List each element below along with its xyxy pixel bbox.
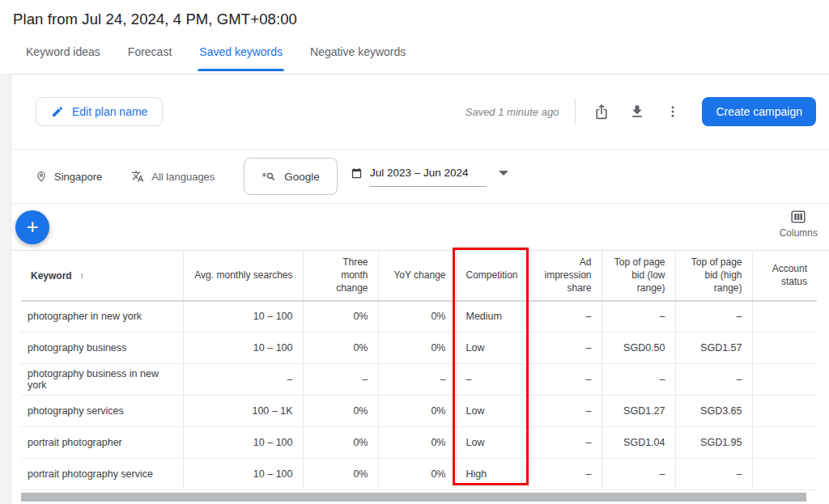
table-actions-row: + Columns [11, 204, 829, 251]
table-row: portrait photographer 10 – 100 0% 0% Low… [21, 427, 817, 459]
ad-impression-share-cell: – [528, 364, 602, 396]
yoy-change-cell: 0% [378, 459, 456, 490]
competition-cell: Low [456, 332, 528, 364]
bid-high-cell: – [675, 459, 752, 490]
page-title: Plan from Jul 24, 2024, 4 PM, GMT+08:00 [0, 0, 829, 28]
language-filter-label: All languages [151, 171, 215, 183]
bid-high-cell: SGD1.57 [675, 332, 752, 364]
table-header-row: Keyword ↑ Avg. monthly searches Three mo… [21, 251, 817, 301]
tab-negative-keywords[interactable]: Negative keywords [308, 40, 407, 71]
saved-keywords-table: Keyword ↑ Avg. monthly searches Three mo… [21, 251, 817, 490]
search-network-icon [261, 169, 276, 184]
bid-high-cell: – [675, 301, 752, 332]
yoy-change-cell: – [378, 364, 456, 396]
date-range-label: Jul 2023 – Jun 2024 [369, 167, 487, 187]
keyword-cell: photographer in new york [21, 301, 183, 332]
ad-impression-share-cell: – [528, 427, 602, 459]
location-filter-label: Singapore [54, 171, 102, 183]
edit-plan-name-label: Edit plan name [72, 105, 147, 118]
edit-plan-name-button[interactable]: Edit plan name [36, 97, 163, 126]
three-month-change-cell: 0% [303, 332, 378, 364]
header-three-month-change[interactable]: Three month change [303, 251, 378, 301]
columns-button[interactable]: Columns [780, 210, 818, 239]
keyword-cell: portrait photography service [21, 459, 183, 490]
sort-ascending-icon: ↑ [79, 269, 85, 282]
keyword-cell: photography business in new york [21, 364, 183, 396]
plan-card: Edit plan name Saved 1 minute ago Crea [11, 74, 829, 504]
header-yoy-change[interactable]: YoY change [378, 251, 456, 301]
table-row: photography business in new york – – – –… [21, 364, 817, 396]
avg-searches-cell: 100 – 1K [183, 396, 303, 427]
three-month-change-cell: 0% [303, 459, 378, 490]
three-month-change-cell: 0% [303, 396, 378, 427]
header-top-of-page-bid-low[interactable]: Top of page bid (low range) [602, 251, 675, 301]
tab-bar: Keyword ideas Forecast Saved keywords Ne… [0, 40, 829, 71]
competition-cell: – [456, 364, 528, 396]
three-month-change-cell: 0% [303, 301, 378, 332]
bid-low-cell: SGD1.04 [602, 427, 675, 459]
saved-status: Saved 1 minute ago [466, 106, 559, 118]
header-ad-impression-share[interactable]: Ad impression share [528, 251, 602, 301]
header-keyword[interactable]: Keyword ↑ [21, 251, 183, 301]
share-icon [593, 104, 610, 120]
content-background: Edit plan name Saved 1 minute ago Crea [0, 74, 829, 504]
toolbar-divider [575, 99, 576, 125]
download-button[interactable] [619, 95, 655, 128]
account-status-cell [752, 364, 817, 396]
plus-icon: + [26, 216, 38, 237]
avg-searches-cell: – [183, 364, 303, 396]
bid-low-cell: SGD1.27 [602, 396, 675, 427]
pencil-icon [51, 105, 64, 118]
calendar-icon [351, 167, 363, 180]
account-status-cell [752, 459, 817, 490]
tab-saved-keywords[interactable]: Saved keywords [198, 40, 284, 71]
avg-searches-cell: 10 – 100 [183, 459, 303, 490]
table-row: photographer in new york 10 – 100 0% 0% … [21, 301, 817, 332]
bid-low-cell: – [602, 459, 675, 490]
header-keyword-label: Keyword [31, 270, 72, 282]
tab-keyword-ideas[interactable]: Keyword ideas [24, 40, 102, 71]
plan-toolbar: Edit plan name Saved 1 minute ago Crea [11, 74, 829, 150]
header-avg-monthly-searches[interactable]: Avg. monthly searches [183, 251, 303, 301]
account-status-cell [752, 301, 817, 332]
create-campaign-button[interactable]: Create campaign [702, 97, 816, 126]
header-account-status[interactable]: Account status [752, 251, 817, 301]
location-pin-icon [36, 171, 47, 183]
competition-cell: Low [456, 427, 528, 459]
add-keywords-button[interactable]: + [15, 210, 49, 244]
three-month-change-cell: – [303, 364, 378, 396]
bid-low-cell: SGD0.50 [602, 332, 675, 364]
chevron-down-icon [499, 171, 508, 176]
horizontal-scrollbar[interactable] [21, 493, 806, 502]
avg-searches-cell: 10 – 100 [183, 427, 303, 459]
ad-impression-share-cell: – [528, 459, 602, 490]
header-competition[interactable]: Competition [456, 251, 528, 301]
bid-high-cell: – [675, 364, 752, 396]
more-vert-icon [665, 104, 680, 119]
ad-impression-share-cell: – [528, 396, 602, 427]
location-filter[interactable]: Singapore [36, 171, 102, 183]
yoy-change-cell: 0% [378, 396, 456, 427]
tab-forecast[interactable]: Forecast [126, 40, 173, 71]
share-button[interactable] [584, 95, 619, 128]
language-filter[interactable]: All languages [131, 170, 215, 183]
competition-cell: Low [456, 396, 528, 427]
header-top-of-page-bid-high[interactable]: Top of page bid (high range) [675, 251, 752, 301]
account-status-cell [752, 396, 817, 427]
competition-cell: Medium [456, 301, 528, 332]
more-options-button[interactable] [655, 95, 691, 128]
keyword-cell: photography business [21, 332, 183, 364]
keyword-cell: photography services [21, 396, 183, 427]
three-month-change-cell: 0% [303, 427, 378, 459]
date-range-selector[interactable]: Jul 2023 – Jun 2024 [351, 167, 508, 187]
network-selector[interactable]: Google [244, 158, 338, 195]
avg-searches-cell: 10 – 100 [183, 332, 303, 364]
keyword-planner-page: Plan from Jul 24, 2024, 4 PM, GMT+08:00 … [0, 0, 829, 504]
table-row: portrait photography service 10 – 100 0%… [21, 459, 817, 490]
columns-icon [791, 210, 806, 224]
ad-impression-share-cell: – [528, 332, 602, 364]
network-selector-label: Google [284, 171, 320, 183]
bid-low-cell: – [602, 364, 675, 396]
page-header: Plan from Jul 24, 2024, 4 PM, GMT+08:00 … [0, 0, 829, 74]
avg-searches-cell: 10 – 100 [183, 301, 303, 332]
